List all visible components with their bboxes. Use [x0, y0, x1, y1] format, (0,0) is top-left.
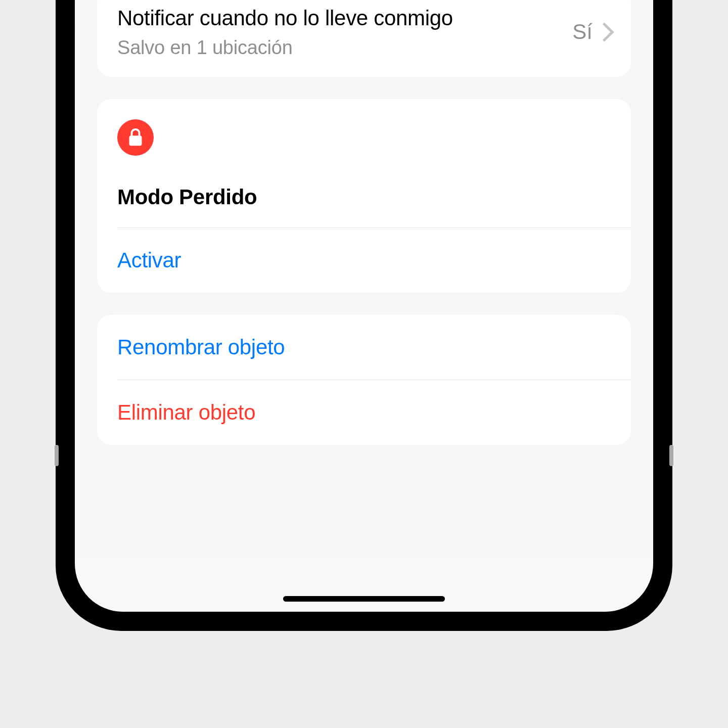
lost-mode-title: Modo Perdido — [117, 185, 611, 209]
rename-item-button[interactable]: Renombrar objeto — [97, 315, 631, 380]
home-indicator[interactable] — [283, 596, 445, 602]
side-button-right — [669, 445, 673, 466]
phone-frame: Notificar cuando no lo lleve conmigo Sal… — [56, 0, 672, 631]
svg-rect-0 — [129, 135, 142, 146]
phone-bezel: Notificar cuando no lo lleve conmigo Sal… — [70, 0, 658, 617]
notify-value-block: Sí — [572, 20, 611, 44]
side-button-left — [55, 445, 59, 466]
chevron-right-icon — [601, 23, 611, 40]
notify-when-left-behind-row[interactable]: Notificar cuando no lo lleve conmigo Sal… — [97, 0, 631, 77]
remove-item-button[interactable]: Eliminar objeto — [97, 380, 631, 445]
lock-icon — [117, 119, 154, 156]
lost-mode-header: Modo Perdido — [97, 99, 631, 228]
notify-title: Notificar cuando no lo lleve conmigo — [117, 5, 572, 32]
notify-value: Sí — [572, 20, 593, 44]
screen: Notificar cuando no lo lleve conmigo Sal… — [75, 0, 653, 612]
item-actions-card: Renombrar objeto Eliminar objeto — [97, 315, 631, 445]
lost-mode-card: Modo Perdido Activar — [97, 99, 631, 293]
notify-subtitle: Salvo en 1 ubicación — [117, 37, 572, 59]
activate-lost-mode-button[interactable]: Activar — [97, 228, 631, 293]
notify-text-block: Notificar cuando no lo lleve conmigo Sal… — [117, 5, 572, 59]
notify-card: Notificar cuando no lo lleve conmigo Sal… — [97, 0, 631, 77]
